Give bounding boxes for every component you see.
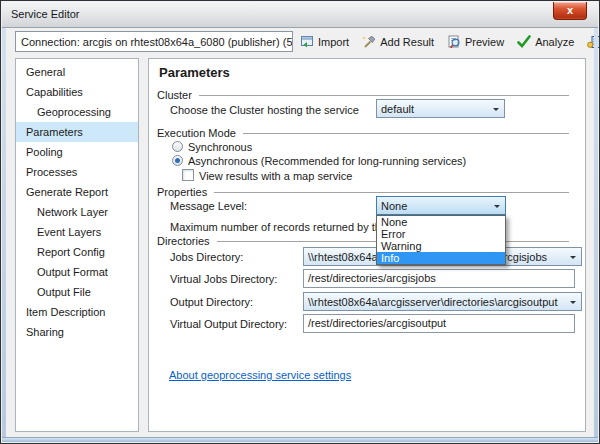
preview-button[interactable]: Preview	[447, 35, 504, 49]
window-frame	[594, 28, 598, 442]
import-icon	[300, 35, 314, 49]
toolbar: Import Add Result	[300, 31, 600, 52]
sidebar-item-item-description[interactable]: Item Description	[16, 302, 138, 322]
chevron-down-icon	[570, 256, 576, 262]
add-result-button[interactable]: Add Result	[362, 35, 434, 49]
group-divider	[243, 133, 569, 134]
cluster-group-header: Cluster	[157, 89, 569, 101]
settings-nav-sidebar: General Capabilities Geoprocessing Param…	[15, 58, 139, 432]
analyze-button[interactable]: Analyze	[517, 35, 574, 48]
magnifier-icon	[447, 35, 461, 49]
titlebar: Service Editor x	[2, 2, 598, 28]
properties-group-header: Properties	[157, 186, 569, 198]
sidebar-item-report-config[interactable]: Report Config	[16, 242, 138, 262]
parameters-panel: Parameters Cluster Choose the Cluster ho…	[148, 58, 586, 432]
message-level-dropdown-list: None Error Warning Info	[376, 215, 506, 265]
about-geoprocessing-link[interactable]: About geoprocessing service settings	[169, 369, 351, 381]
jobs-directory-label: Jobs Directory:	[170, 251, 243, 263]
window-frame	[2, 437, 598, 442]
service-editor-window: Service Editor x Connection: arcgis on r…	[0, 0, 600, 444]
dropdown-option-info[interactable]: Info	[377, 252, 505, 264]
cluster-select[interactable]: default	[376, 99, 505, 118]
dropdown-option-none[interactable]: None	[377, 216, 505, 228]
output-directory-label: Output Directory:	[170, 296, 253, 308]
virtual-output-directory-label: Virtual Output Directory:	[170, 318, 287, 330]
dropdown-option-error[interactable]: Error	[377, 228, 505, 240]
asynchronous-radio[interactable]	[172, 155, 183, 166]
virtual-jobs-directory-label: Virtual Jobs Directory:	[170, 273, 277, 285]
close-button[interactable]: x	[553, 2, 587, 20]
page-title: Parameters	[159, 65, 230, 80]
close-icon: x	[567, 4, 573, 16]
sidebar-item-generate-report[interactable]: Generate Report	[16, 182, 138, 202]
chevron-down-icon	[493, 108, 499, 114]
sidebar-item-processes[interactable]: Processes	[16, 162, 138, 182]
sidebar-item-capabilities[interactable]: Capabilities	[16, 82, 138, 102]
window-frame	[2, 28, 6, 442]
message-level-select[interactable]: None	[376, 196, 506, 215]
hammer-icon	[362, 35, 376, 49]
connection-box[interactable]: Connection: arcgis on rhtest08x64a_6080 …	[15, 31, 293, 52]
properties-group-label: Properties	[157, 186, 207, 198]
sidebar-item-output-format[interactable]: Output Format	[16, 262, 138, 282]
sidebar-item-general[interactable]: General	[16, 62, 138, 82]
group-divider	[199, 95, 569, 96]
group-divider	[214, 192, 569, 193]
cluster-group-label: Cluster	[157, 89, 192, 101]
sidebar-item-network-layer[interactable]: Network Layer	[16, 202, 138, 222]
virtual-jobs-directory-input[interactable]: /rest/directories/arcgisjobs	[303, 269, 575, 288]
checkmark-icon	[517, 35, 531, 48]
sidebar-item-event-layers[interactable]: Event Layers	[16, 222, 138, 242]
view-results-label: View results with a map service	[199, 170, 352, 182]
import-button[interactable]: Import	[300, 35, 349, 49]
asynchronous-label: Asynchronous (Recommended for long-runni…	[188, 155, 466, 167]
synchronous-label: Synchronous	[188, 141, 252, 153]
chevron-down-icon	[570, 301, 576, 307]
directories-group-label: Directories	[157, 235, 210, 247]
dropdown-option-warning[interactable]: Warning	[377, 240, 505, 252]
virtual-output-directory-input[interactable]: /rest/directories/arcgisoutput	[303, 314, 575, 333]
sidebar-item-sharing[interactable]: Sharing	[16, 322, 138, 342]
output-directory-select[interactable]: \\rhtest08x64a\arcgisserver\directories\…	[303, 292, 582, 311]
choose-cluster-label: Choose the Cluster hosting the service	[170, 104, 359, 116]
message-level-label: Message Level:	[170, 200, 247, 212]
directories-group-header: Directories	[157, 235, 569, 247]
sidebar-item-output-file[interactable]: Output File	[16, 282, 138, 302]
sidebar-item-geoprocessing[interactable]: Geoprocessing	[16, 102, 138, 122]
connection-text: Connection: arcgis on rhtest08x64a_6080 …	[21, 36, 293, 48]
sidebar-item-pooling[interactable]: Pooling	[16, 142, 138, 162]
execution-mode-group-header: Execution Mode	[157, 127, 569, 139]
window-title: Service Editor	[11, 8, 79, 20]
chevron-down-icon	[494, 205, 500, 211]
view-results-checkbox[interactable]	[182, 169, 194, 181]
synchronous-radio[interactable]	[172, 141, 183, 152]
execution-mode-group-label: Execution Mode	[157, 127, 236, 139]
sidebar-item-parameters[interactable]: Parameters	[16, 122, 138, 142]
